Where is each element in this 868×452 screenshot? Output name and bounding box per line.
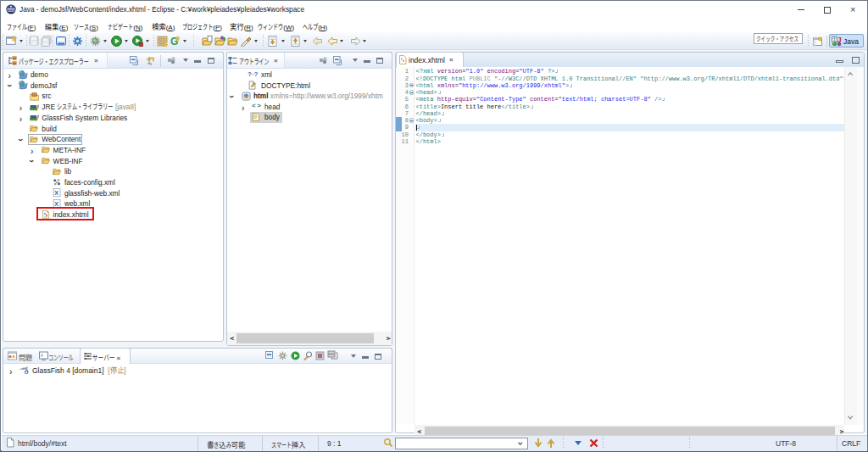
svg-text:X: X	[54, 201, 58, 207]
svg-text:X: X	[54, 190, 58, 196]
